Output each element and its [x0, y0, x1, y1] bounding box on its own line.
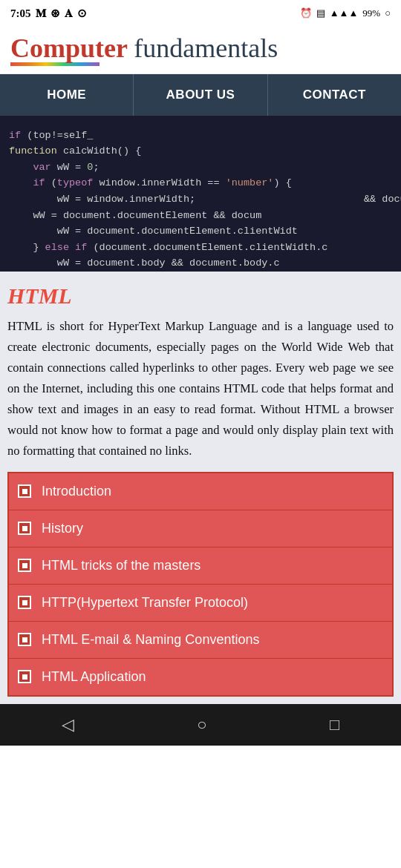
back-button[interactable]: ◁: [47, 709, 89, 740]
instagram-icon: ⊙: [77, 7, 87, 20]
logo-computer: Computer: [10, 33, 134, 63]
code-line-8: } else if (document.documentElement.clie…: [9, 240, 392, 256]
status-right: ⏰ ▤ ▲▲▲ 99% ○: [300, 7, 391, 19]
code-line-7: wW = document.documentElement.clientWidt: [9, 223, 392, 240]
battery-text: 99%: [362, 7, 380, 19]
logo: Computer fundamentals: [10, 34, 391, 66]
icon-2: ⊛: [50, 7, 60, 20]
list-item-application[interactable]: HTML Application: [9, 659, 392, 695]
code-line-9: wW = document.body && document.body.c: [9, 255, 392, 271]
main-content: HTML HTML is short for HyperText Markup …: [0, 272, 401, 704]
signal-icon: ▤: [316, 7, 325, 19]
list-item-http[interactable]: HTTP(Hypertext Transfer Protocol): [9, 585, 392, 622]
list-item-history[interactable]: History: [9, 510, 392, 548]
code-line-3: var wW = 0;: [9, 160, 392, 176]
status-bar: 7:05 𝐌 ⊛ 𝐀 ⊙ ⏰ ▤ ▲▲▲ 99% ○: [0, 0, 401, 27]
logo-bar: Computer fundamentals: [0, 27, 401, 74]
code-line-2: function calcWidth() {: [9, 143, 392, 160]
time: 7:05: [10, 7, 31, 20]
nav-contact[interactable]: CONTACT: [268, 74, 401, 116]
battery-icon: ○: [385, 7, 391, 19]
alarm-icon: ⏰: [300, 7, 312, 19]
html-description: HTML is short for HyperText Markup Langu…: [7, 316, 394, 461]
list-item-introduction[interactable]: Introduction: [9, 473, 392, 510]
list-icon-history: [18, 522, 31, 535]
logo-fundamentals: fundamentals: [134, 33, 278, 63]
html-title: HTML: [7, 283, 394, 309]
list-label-introduction: Introduction: [42, 484, 111, 499]
icon-3: 𝐀: [65, 7, 73, 20]
list-icon-application: [18, 670, 31, 683]
list-icon-tricks: [18, 559, 31, 572]
network-icon: 𝐌: [36, 7, 46, 20]
list-label-application: HTML Application: [42, 669, 146, 685]
code-line-5: wW = window.innerWidth; && docum: [9, 191, 392, 208]
home-button[interactable]: ○: [182, 709, 221, 740]
code-area: if (top!=self_ function calcWidth() { va…: [0, 116, 401, 272]
nav-about[interactable]: ABOUT US: [134, 74, 267, 116]
topics-list: Introduction History HTML tricks of the …: [7, 472, 394, 697]
list-item-email[interactable]: HTML E-mail & Naming Conventions: [9, 622, 392, 659]
code-line-6: wW = document.documentElement && docum: [9, 208, 392, 224]
code-line-4: if (typeof window.innerWidth == 'number'…: [9, 175, 392, 191]
nav-home[interactable]: HOME: [0, 74, 134, 116]
bottom-nav: ◁ ○ □: [0, 704, 401, 746]
wifi-icon: ▲▲▲: [330, 7, 359, 19]
list-label-tricks: HTML tricks of the masters: [42, 558, 200, 573]
code-display: if (top!=self_ function calcWidth() { va…: [0, 116, 401, 272]
list-label-http: HTTP(Hypertext Transfer Protocol): [42, 595, 248, 611]
list-icon-email: [18, 633, 31, 646]
list-icon-introduction: [18, 484, 31, 498]
code-line-1: if (top!=self_: [9, 128, 392, 144]
list-label-email: HTML E-mail & Naming Conventions: [42, 632, 259, 648]
list-icon-http: [18, 596, 31, 609]
list-item-tricks[interactable]: HTML tricks of the masters: [9, 548, 392, 585]
recent-button[interactable]: □: [315, 709, 354, 740]
list-label-history: History: [42, 521, 83, 536]
status-left: 7:05 𝐌 ⊛ 𝐀 ⊙: [10, 7, 87, 20]
nav-bar: HOME ABOUT US CONTACT: [0, 74, 401, 116]
